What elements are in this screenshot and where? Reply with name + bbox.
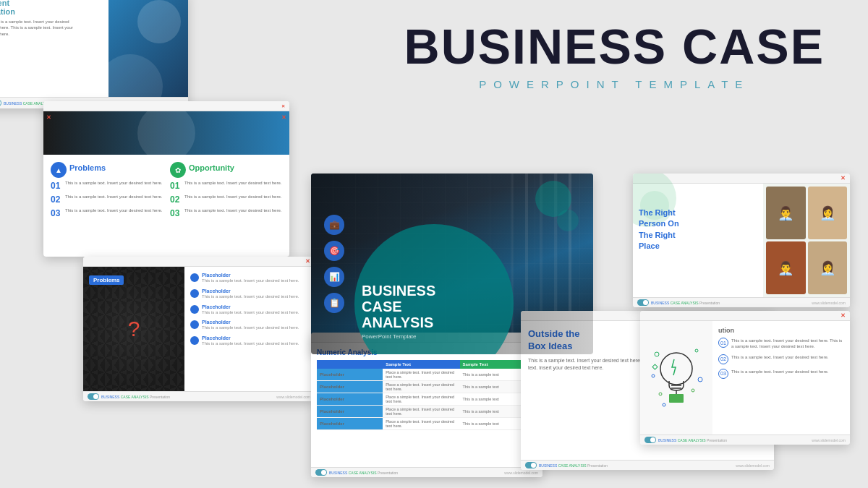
- slide2-opportunity-col: ✿ Opportunity 01 This is a sample text. …: [170, 162, 282, 257]
- slide5-footer: BUSINESS CASE ANALYSIS Presentation www.…: [311, 467, 542, 477]
- opportunity-item-2: 02 This is a sample text. Insert your de…: [170, 194, 282, 205]
- slide-thumb-4[interactable]: 💼 🎯 📊 📋 BUSINESS CASE ANALYSIS PowerPoin…: [311, 174, 593, 354]
- slide4-icon-2: 🎯: [324, 241, 344, 261]
- slide3-item-3: Placeholder This is a sample text. Inser…: [190, 304, 309, 316]
- slide2-body: ▲ Problems 01 This is a sample text. Ins…: [43, 155, 289, 257]
- svg-rect-18: [652, 364, 657, 369]
- svg-point-25: [692, 389, 694, 392]
- slide3-maze-area: Problems ?: [83, 267, 184, 391]
- slide3-footer: BUSINESS CASE ANALYSIS Presentation www.…: [83, 391, 315, 401]
- opportunity-icon: ✿: [170, 162, 186, 178]
- slide5-table: Sample Text Sample Text Placeholder Plac…: [317, 360, 537, 430]
- slide3-item-1: Placeholder This is a sample text. Inser…: [190, 273, 309, 284]
- avatar-1: 👨‍💼: [766, 187, 806, 239]
- problems-title: Problems: [69, 163, 106, 172]
- slide8-body: ution 01 This is a sample text. Insert y…: [640, 321, 850, 435]
- slide4-title: BUSINESS CASE ANALYSIS: [362, 283, 435, 330]
- table-row: Placeholder Place a simple text. Insert …: [317, 406, 537, 418]
- slide5-body: Numeric Analysis Sample Text Sample Text…: [311, 343, 542, 467]
- table-col-header-2: Sample Text: [383, 360, 459, 369]
- svg-point-24: [659, 393, 662, 395]
- opportunity-item-3: 03 This is a sample text. Insert your de…: [170, 208, 282, 218]
- table-row: Placeholder Place a simple text. Insert …: [317, 381, 537, 393]
- slide3-item-4: Placeholder This is a sample text. Inser…: [190, 320, 309, 331]
- slide-thumb-2[interactable]: ✕ ✕ ✕ ▲ Problems 01 This is a sample tex…: [43, 101, 289, 257]
- slide4-icon-4: 📋: [324, 293, 344, 313]
- slide8-footer: BUSINESS CASE ANALYSIS Presentation www.…: [640, 435, 850, 445]
- slide-thumb-1[interactable]: rrentuation This is a sample text. Inser…: [0, 0, 188, 108]
- problems-item-3: 03 This is a sample text. Insert your de…: [51, 208, 163, 218]
- slide8-num-2: 02: [718, 354, 728, 364]
- avatar-3: 👨‍💼: [766, 241, 806, 294]
- slide3-header: ✕: [83, 257, 315, 267]
- slide2-problems-col: ▲ Problems 01 This is a sample text. Ins…: [51, 162, 163, 257]
- table-row: Placeholder Place a simple text. Insert …: [317, 393, 537, 406]
- slide7-left: The RightPerson OnThe RightPlace: [633, 184, 763, 297]
- slide-thumb-8[interactable]: ✕: [640, 311, 850, 445]
- opportunity-item-1: 01 This is a sample text. Insert your de…: [170, 181, 282, 191]
- main-title-line2: POWERPOINT TEMPLATE: [404, 78, 825, 90]
- slide7-avatars: 👨‍💼 👩‍💼 👨‍💼 👩‍💼: [763, 184, 850, 297]
- slide2-header: ✕: [43, 101, 289, 111]
- table-col-header-1: [317, 360, 383, 369]
- slide8-num-1: 01: [718, 338, 728, 348]
- slide-thumb-5[interactable]: ✕ Numeric Analysis Sample Text Sample Te…: [311, 333, 542, 477]
- slide-thumb-7[interactable]: ✕ The RightPerson OnThe RightPlace 👨‍💼 👩…: [633, 174, 850, 307]
- slide4-icon-1: 💼: [324, 215, 344, 235]
- slide8-item-2: 02 This is a sample text. Insert your de…: [718, 354, 844, 364]
- slide4-subtitle: PowerPoint Template: [362, 333, 435, 340]
- svg-point-19: [660, 353, 692, 385]
- svg-point-17: [698, 377, 702, 382]
- slide4-teal-decoration: [535, 181, 579, 231]
- title-area: BUSINESS CASE POWERPOINT TEMPLATE: [404, 22, 825, 90]
- slide-thumb-3[interactable]: ✕ Problems ? Placeholder This is a sampl…: [83, 257, 315, 401]
- slide3-body: Problems ? Placeholder This is a sample …: [83, 267, 315, 391]
- svg-point-15: [695, 349, 698, 352]
- slide4-icon-3: 📊: [324, 267, 344, 287]
- lightbulb-svg: [650, 343, 704, 412]
- problems-item-2: 02 This is a sample text. Insert your de…: [51, 194, 163, 205]
- svg-point-14: [655, 352, 659, 356]
- svg-point-16: [652, 374, 655, 377]
- slide3-item-2: Placeholder This is a sample text. Inser…: [190, 288, 309, 300]
- maze-arrow: ?: [128, 317, 140, 341]
- slide7-body: The RightPerson OnThe RightPlace 👨‍💼 👩‍💼…: [633, 184, 850, 297]
- opportunity-title: Opportunity: [189, 163, 234, 172]
- slide4-body: 💼 🎯 📊 📋 BUSINESS CASE ANALYSIS PowerPoin…: [311, 174, 593, 354]
- svg-rect-23: [669, 394, 684, 403]
- main-title-line1: BUSINESS CASE: [404, 22, 825, 71]
- slide7-title: The RightPerson OnThe RightPlace: [639, 207, 757, 252]
- slide6-footer: BUSINESS CASE ANALYSIS Presentation www.…: [521, 460, 774, 470]
- problems-item-1: 01 This is a sample text. Insert your de…: [51, 181, 163, 191]
- slide8-list: ution 01 This is a sample text. Insert y…: [712, 321, 850, 435]
- slide8-num-3: 03: [718, 369, 728, 379]
- maze-label: Problems: [89, 275, 124, 285]
- svg-point-26: [663, 403, 665, 406]
- slide4-icons: 💼 🎯 📊 📋: [324, 215, 344, 313]
- slide8-item-3: 03 This is a sample text. Insert your de…: [718, 369, 844, 379]
- slide8-bulb-area: [640, 321, 712, 435]
- table-row: Placeholder Place a simple text. Insert …: [317, 369, 537, 381]
- slide7-footer: BUSINESS CASE ANALYSIS Presentation www.…: [633, 297, 850, 307]
- slide8-header: ✕: [640, 311, 850, 321]
- table-row: Placeholder Place a simple text. Insert …: [317, 418, 537, 430]
- problems-icon: ▲: [51, 162, 67, 178]
- avatar-4: 👩‍💼: [808, 241, 848, 294]
- slide4-content: BUSINESS CASE ANALYSIS PowerPoint Templa…: [362, 283, 435, 340]
- slide3-item-5: Placeholder This is a sample text. Inser…: [190, 335, 309, 347]
- slide8-item-1: 01 This is a sample text. Insert your de…: [718, 338, 844, 350]
- avatar-2: 👩‍💼: [808, 187, 848, 239]
- slide3-list: Placeholder This is a sample text. Inser…: [184, 267, 315, 391]
